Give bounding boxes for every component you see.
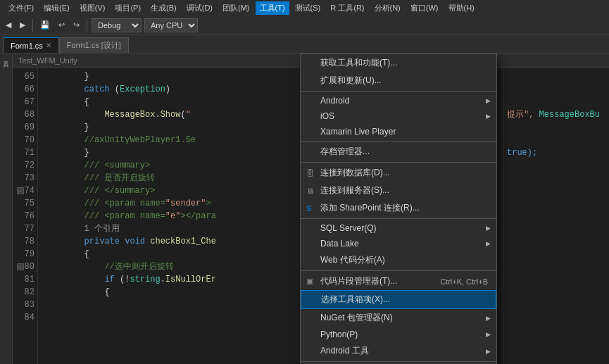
tab-label: Form1.cs [设计] <box>67 40 121 51</box>
collapse-icon-74[interactable]: − <box>17 187 24 194</box>
menu-debug[interactable]: 调试(D) <box>182 1 217 15</box>
menu-view[interactable]: 视图(V) <box>75 1 110 15</box>
menu-ios[interactable]: iOS <box>301 108 496 124</box>
line-num: 70 <box>13 134 34 146</box>
line-num: 65 <box>13 70 34 83</box>
hint-line-70 <box>507 134 606 146</box>
sep2 <box>301 141 496 142</box>
line-num: 67 <box>13 96 34 108</box>
right-code-hints: 提示", MessageBoxBu true); <box>504 68 609 327</box>
menu-android[interactable]: Android <box>301 93 496 108</box>
editor-right-overflow: 提示", MessageBoxBu true); <box>503 68 609 364</box>
line-num: 75 <box>13 197 34 210</box>
line-num: 68 <box>13 108 34 121</box>
hint-line-71: true); <box>507 146 606 159</box>
line-num: 71 <box>13 146 34 159</box>
menu-sharepoint[interactable]: S 添加 SharePoint 连接(R)... <box>301 199 496 217</box>
left-sidebar: 工具 <box>0 54 13 364</box>
cpu-select[interactable]: Any CPU <box>144 18 198 32</box>
server-icon: 🖥 <box>306 187 314 195</box>
toolbar-sep1 <box>32 19 33 32</box>
menu-get-tools[interactable]: 获取工具和功能(T)... <box>301 54 496 72</box>
menu-choose-toolbox[interactable]: 选择工具箱项(X)... <box>301 290 496 309</box>
tab-close-form1[interactable]: ✕ <box>46 42 51 49</box>
debug-config-select[interactable]: Debug Release <box>92 18 142 32</box>
menu-file[interactable]: 文件(F) <box>4 1 38 15</box>
hint-line-77 <box>507 222 606 235</box>
hint-line-80 <box>507 261 606 273</box>
menu-connect-server[interactable]: 🖥 连接到服务器(S)... <box>301 182 496 199</box>
hint-line-67 <box>507 96 606 108</box>
hint-line-69 <box>507 121 606 134</box>
db-icon: 🗄 <box>306 169 314 177</box>
line-num: 84 <box>13 311 34 324</box>
toolbar-save[interactable]: 💾 <box>37 19 53 31</box>
menu-datalake[interactable]: Data Lake <box>301 236 496 251</box>
menu-xamarin[interactable]: Xamarin Live Player <box>301 124 496 139</box>
menu-nuget[interactable]: NuGet 包管理器(N) <box>301 309 496 327</box>
hint-line-84 <box>507 311 606 324</box>
tab-form1-design[interactable]: Form1.cs [设计] <box>59 37 129 53</box>
line-num: 83 <box>13 299 34 311</box>
hint-line-82 <box>507 286 606 299</box>
tools-menu-dropdown: 获取工具和功能(T)... 扩展和更新(U)... Android iOS Xa… <box>300 54 497 364</box>
hint-line-83 <box>507 299 606 311</box>
toolbar-sep2 <box>87 19 87 32</box>
menu-sql-server[interactable]: SQL Server(Q) <box>301 220 496 236</box>
tab-label: Form1.cs <box>11 42 43 50</box>
hint-line-68: 提示", MessageBoxBu <box>507 108 606 121</box>
toolbar-fwd[interactable]: ▶ <box>17 19 28 31</box>
sharepoint-icon: S <box>306 204 311 213</box>
menu-snippet-manager[interactable]: ▣ 代码片段管理器(T)... Ctrl+K, Ctrl+B <box>301 272 496 290</box>
toolbar-back[interactable]: ◀ <box>3 19 14 31</box>
menu-connect-db[interactable]: 🗄 连接到数据库(D)... <box>301 164 496 182</box>
line-num: 79 <box>13 248 34 261</box>
line-num: 77 <box>13 222 34 235</box>
menu-r-tools[interactable]: R 工具(R) <box>326 1 368 15</box>
toolbar-redo[interactable]: ↪ <box>70 19 82 31</box>
menu-window[interactable]: 窗口(W) <box>406 1 443 15</box>
menu-build[interactable]: 生成(B) <box>146 1 181 15</box>
hint-line-78 <box>507 235 606 248</box>
menu-archive[interactable]: 存档管理器... <box>301 143 496 161</box>
menu-android-tools[interactable]: Android 工具 <box>301 342 496 360</box>
hint-line-75 <box>507 197 606 210</box>
menu-web-analysis[interactable]: Web 代码分析(A) <box>301 251 496 269</box>
line-numbers: 65 66 67 68 69 70 71 72 73 −74 75 76 77 … <box>13 68 38 364</box>
hint-line-74 <box>507 184 606 197</box>
menu-python[interactable]: Python(P) <box>301 327 496 342</box>
breadcrumb-text: Test_WFM_Unity <box>18 56 77 65</box>
menu-extensions[interactable]: 扩展和更新(U)... <box>301 72 496 89</box>
editor-area: Test_WFM_Unity 65 66 67 68 69 70 71 72 7… <box>13 54 609 364</box>
line-num-74: −74 <box>13 184 34 197</box>
menu-tools[interactable]: 工具(T) <box>256 1 289 15</box>
menu-help[interactable]: 帮助(H) <box>444 1 479 15</box>
sep3 <box>301 162 496 163</box>
snippet-shortcut: Ctrl+K, Ctrl+B <box>426 277 488 286</box>
sep5 <box>301 270 496 271</box>
toolbar-undo[interactable]: ↩ <box>56 19 68 31</box>
main-layout: 工具 Test_WFM_Unity 65 66 67 68 69 70 71 7… <box>0 54 609 364</box>
hint-line-76 <box>507 210 606 222</box>
line-num: 81 <box>13 273 34 286</box>
menu-project[interactable]: 项目(P) <box>111 1 145 15</box>
hint-line-66 <box>507 83 606 96</box>
collapse-icon-80[interactable]: − <box>17 263 24 270</box>
tab-form1-cs[interactable]: Form1.cs ✕ <box>3 37 59 53</box>
menu-items: 文件(F) 编辑(E) 视图(V) 项目(P) 生成(B) 调试(D) 团队(M… <box>4 1 479 15</box>
line-num: 73 <box>13 172 34 184</box>
sep1 <box>301 91 496 92</box>
line-num: 78 <box>13 235 34 248</box>
tab-bar: Form1.cs ✕ Form1.cs [设计] <box>0 35 609 54</box>
line-num: 66 <box>13 83 34 96</box>
menu-edit[interactable]: 编辑(E) <box>39 1 74 15</box>
menu-team[interactable]: 团队(M) <box>218 1 254 15</box>
toolbar: ◀ ▶ 💾 ↩ ↪ Debug Release Any CPU <box>0 15 609 35</box>
hint-line-72 <box>507 159 606 172</box>
snippet-icon: ▣ <box>306 277 313 286</box>
line-num: 72 <box>13 159 34 172</box>
menu-test[interactable]: 测试(S) <box>291 1 325 15</box>
menu-analyze[interactable]: 分析(N) <box>370 1 405 15</box>
line-num: 69 <box>13 121 34 134</box>
hint-line-65 <box>507 70 606 83</box>
